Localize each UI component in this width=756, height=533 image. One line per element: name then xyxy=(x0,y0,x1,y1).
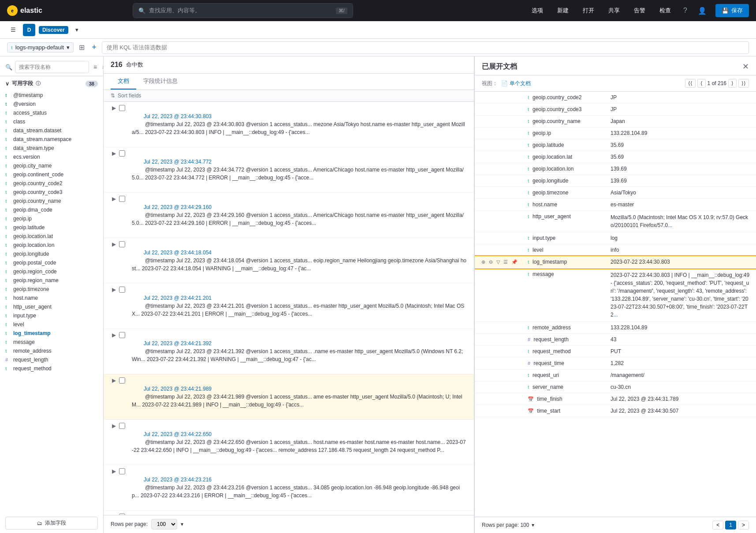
tab-field-stats[interactable]: 字段统计信息 xyxy=(136,74,185,89)
detail-next-page-button[interactable]: > xyxy=(738,521,749,529)
sidebar-field-item[interactable]: # request_length xyxy=(0,355,103,364)
table-row[interactable]: ▶ Jul 22, 2023 @ 23:44:18.054 @timestamp… xyxy=(104,238,474,283)
expand-doc-button[interactable]: ▶ xyxy=(111,332,117,339)
doc-select-checkbox[interactable] xyxy=(119,287,125,293)
sidebar-field-item[interactable]: t ecs.version xyxy=(0,153,103,161)
expand-doc-button[interactable]: ▶ xyxy=(111,195,117,202)
sidebar-field-item[interactable]: t geoip.postal_code xyxy=(0,258,103,267)
doc-select-checkbox[interactable] xyxy=(119,332,125,338)
sidebar-field-item[interactable]: t input.type xyxy=(0,311,103,320)
expand-doc-button[interactable]: ▶ xyxy=(111,422,117,429)
filter-out-value-button[interactable]: ⊖ xyxy=(488,259,494,265)
filter-exists-button[interactable]: ▽ xyxy=(495,259,501,265)
rows-per-page-select[interactable]: 100 50 25 xyxy=(151,519,177,529)
kql-input[interactable] xyxy=(102,41,749,54)
tab-documents[interactable]: 文档 xyxy=(111,74,136,89)
expand-doc-button[interactable]: ▶ xyxy=(111,468,117,475)
collapse-fields-button[interactable]: ⇄ xyxy=(101,63,104,71)
sidebar-field-item[interactable]: t geoip.country_code2 xyxy=(0,179,103,188)
doc-select-checkbox[interactable] xyxy=(119,377,125,384)
sidebar-field-item[interactable]: t geoip.ip xyxy=(0,214,103,223)
table-row[interactable]: ▶ Jul 22, 2023 @ 23:44:34.772 @timestamp… xyxy=(104,147,474,193)
expand-doc-button[interactable]: ▶ xyxy=(111,286,117,293)
toggle-column-button[interactable]: ☰ xyxy=(502,259,509,265)
discover-dropdown-button[interactable]: ▾ xyxy=(72,25,82,35)
filter-fields-button[interactable]: ≡ xyxy=(92,63,99,71)
expand-doc-button[interactable]: ▶ xyxy=(111,150,117,157)
sidebar-field-item[interactable]: t @version xyxy=(0,100,103,108)
doc-select-checkbox[interactable] xyxy=(119,241,125,247)
sidebar-field-item[interactable]: t log_timestamp xyxy=(0,329,103,338)
sidebar-field-item[interactable]: t @timestamp xyxy=(0,91,103,100)
open-button[interactable]: 打开 xyxy=(579,5,598,16)
options-button[interactable]: 选项 xyxy=(528,5,547,16)
save-button[interactable]: 💾 保存 xyxy=(715,4,749,17)
sidebar-field-item[interactable]: t geoip.dma_code xyxy=(0,205,103,214)
doc-select-checkbox[interactable] xyxy=(119,423,125,429)
add-field-button[interactable]: 🗂 添加字段 xyxy=(5,517,98,529)
view-option-single-doc[interactable]: 📄 单个文档 xyxy=(501,80,531,87)
sidebar-field-item[interactable]: t geoip.country_name xyxy=(0,197,103,205)
doc-select-checkbox[interactable] xyxy=(119,196,125,202)
field-search-input[interactable] xyxy=(15,61,89,73)
table-row[interactable]: ▶ Jul 22, 2023 @ 23:44:30.803 @timestamp… xyxy=(104,102,474,147)
add-filter-icon[interactable]: + xyxy=(90,41,98,54)
alert-button[interactable]: 告警 xyxy=(630,5,649,16)
sidebar-field-item[interactable]: t geoip.location.lat xyxy=(0,232,103,241)
sidebar-field-item[interactable]: t request_method xyxy=(0,364,103,373)
table-row[interactable]: ▶ Jul 22, 2023 @ 23:44:21.392 @timestamp… xyxy=(104,329,474,374)
sidebar-field-item[interactable]: t geoip.country_code3 xyxy=(0,188,103,197)
expand-doc-button[interactable]: ▶ xyxy=(111,377,117,384)
expand-value-icon[interactable]: ... xyxy=(668,222,672,228)
first-doc-button[interactable]: ⟨⟨ xyxy=(685,79,696,88)
prev-doc-button[interactable]: ⟨ xyxy=(697,79,706,88)
expand-doc-button[interactable]: ▶ xyxy=(111,104,117,112)
expand-value-icon[interactable]: ... xyxy=(614,312,618,318)
sidebar-field-item[interactable]: t geoip.city_name xyxy=(0,161,103,170)
table-row[interactable]: ▶ Jul 22, 2023 @ 23:44:22.650 @timestamp… xyxy=(104,420,474,465)
sidebar-field-item[interactable]: t class xyxy=(0,117,103,126)
sidebar-field-item[interactable]: t geoip.continent_code xyxy=(0,170,103,179)
pin-field-button[interactable]: 📌 xyxy=(510,259,519,265)
sidebar-field-item[interactable]: t host.name xyxy=(0,294,103,302)
filter-icon[interactable]: ⊞ xyxy=(77,41,86,53)
sidebar-field-item[interactable]: t data_stream.namespace xyxy=(0,135,103,144)
sidebar-field-item[interactable]: t geoip.timezone xyxy=(0,285,103,294)
hamburger-menu-button[interactable]: ☰ xyxy=(7,25,19,35)
doc-select-checkbox[interactable] xyxy=(119,105,125,111)
doc-select-checkbox[interactable] xyxy=(119,468,125,474)
help-icon[interactable]: ? xyxy=(682,5,689,16)
share-button[interactable]: 共享 xyxy=(605,5,623,16)
close-detail-panel-button[interactable]: ✕ xyxy=(742,62,749,71)
sidebar-field-item[interactable]: t remote_address xyxy=(0,347,103,355)
table-row[interactable]: ▶ Jul 22, 2023 @ 23:44:29.160 @timestamp… xyxy=(104,193,474,238)
table-row[interactable]: ▶ Jul 22, 2023 @ 23:44:23.216 @timestamp… xyxy=(104,465,474,511)
doc-select-checkbox[interactable] xyxy=(119,150,125,157)
global-search-bar[interactable]: 🔍 查找应用、内容等。 ⌘/ xyxy=(133,3,353,18)
expand-doc-button[interactable]: ▶ xyxy=(111,241,117,248)
table-row[interactable]: ▶ Jul 22, 2023 @ 23:44:21.201 @timestamp… xyxy=(104,283,474,329)
sidebar-field-item[interactable]: t message xyxy=(0,338,103,347)
sidebar-field-item[interactable]: t geoip.longitude xyxy=(0,250,103,258)
inspect-button[interactable]: 检查 xyxy=(656,5,674,16)
sidebar-field-item[interactable]: t http_user_agent xyxy=(0,302,103,311)
index-selector[interactable]: t logs-myapp-default ▾ xyxy=(7,42,74,52)
last-doc-button[interactable]: ⟩⟩ xyxy=(738,79,749,88)
detail-page-1-button[interactable]: 1 xyxy=(725,521,736,529)
sidebar-field-item[interactable]: t access_status xyxy=(0,108,103,117)
sidebar-field-item[interactable]: t geoip.location.lon xyxy=(0,241,103,250)
sidebar-field-item[interactable]: t geoip.latitude xyxy=(0,223,103,232)
detail-prev-page-button[interactable]: < xyxy=(712,521,723,529)
elastic-logo[interactable]: e elastic xyxy=(7,5,42,16)
table-row[interactable]: ▶ Jul 22, 2023 @ 23:44:24.639 @timestamp… xyxy=(104,511,474,515)
new-button[interactable]: 新建 xyxy=(554,5,572,16)
sidebar-field-item[interactable]: t level xyxy=(0,320,103,329)
sidebar-field-item[interactable]: t geoip.region_name xyxy=(0,276,103,285)
sidebar-field-item[interactable]: t geoip.region_code xyxy=(0,267,103,276)
collapse-icon[interactable]: ∨ xyxy=(5,81,9,87)
table-row[interactable]: ▶ Jul 22, 2023 @ 23:44:21.989 @timestamp… xyxy=(104,374,474,420)
account-icon[interactable]: 👤 xyxy=(696,5,708,17)
sidebar-field-item[interactable]: t data_stream.dataset xyxy=(0,126,103,135)
next-doc-button[interactable]: ⟩ xyxy=(728,79,737,88)
filter-for-value-button[interactable]: ⊕ xyxy=(480,259,487,265)
